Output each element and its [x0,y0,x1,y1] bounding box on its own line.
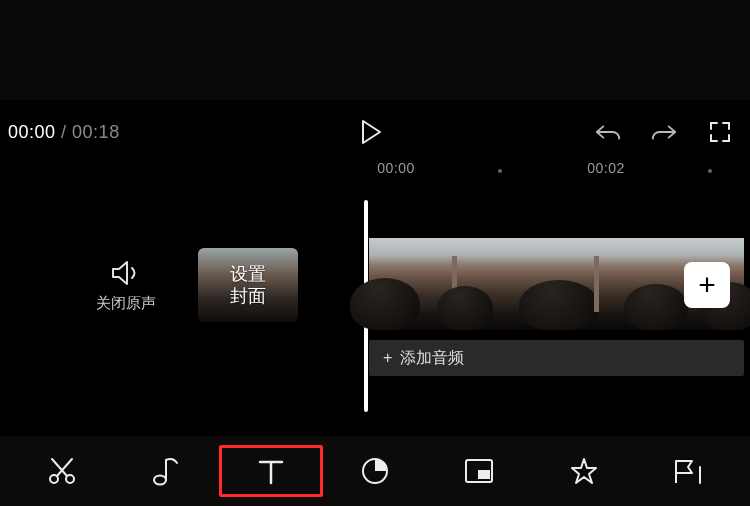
plus-icon: + [383,349,392,367]
music-note-icon [151,455,181,487]
playback-controls: 00:00 / 00:18 [0,112,750,152]
mute-original-button[interactable]: 关闭原声 [96,260,156,313]
picture-in-picture-icon [463,457,495,485]
text-icon [256,456,286,486]
ruler-dot [708,169,712,173]
tool-cut[interactable] [10,445,114,497]
flag-icon [672,457,704,485]
scissors-icon [46,455,78,487]
timeline-area[interactable]: 关闭原声 设置 封面 + + 添加音频 [0,200,750,430]
ruler-tick-1: 00:02 [587,160,625,176]
sticker-icon [360,456,390,486]
tool-pip[interactable] [427,445,531,497]
play-icon [360,119,382,145]
svg-point-2 [154,476,166,485]
fullscreen-icon [708,120,732,144]
tool-sticker[interactable] [323,445,427,497]
set-cover-button[interactable]: 设置 封面 [198,248,298,322]
mute-label: 关闭原声 [96,294,156,313]
add-clip-button[interactable]: + [684,262,730,308]
plus-icon: + [698,270,716,300]
tool-text[interactable] [219,445,323,497]
timeline-ruler[interactable]: 00:00 00:02 [0,160,750,184]
preview-area [0,0,750,100]
svg-rect-5 [478,470,490,479]
time-display: 00:00 / 00:18 [8,122,120,143]
cover-label: 设置 封面 [230,263,266,308]
speaker-icon [111,260,141,286]
undo-icon [594,122,622,142]
tool-effect[interactable] [531,445,635,497]
ruler-tick-0: 00:00 [377,160,415,176]
tool-audio[interactable] [114,445,218,497]
bottom-toolbar [0,436,750,506]
right-controls [594,118,734,146]
time-separator: / [61,122,72,142]
redo-button[interactable] [650,118,678,146]
tool-more[interactable] [636,445,740,497]
play-button[interactable] [357,118,385,146]
add-audio-track[interactable]: + 添加音频 [369,340,744,376]
star-effect-icon [569,456,599,486]
add-audio-label: 添加音频 [400,348,464,369]
ruler-dot [498,169,502,173]
fullscreen-button[interactable] [706,118,734,146]
redo-icon [650,122,678,142]
total-duration: 00:18 [72,122,120,142]
current-time: 00:00 [8,122,56,142]
undo-button[interactable] [594,118,622,146]
